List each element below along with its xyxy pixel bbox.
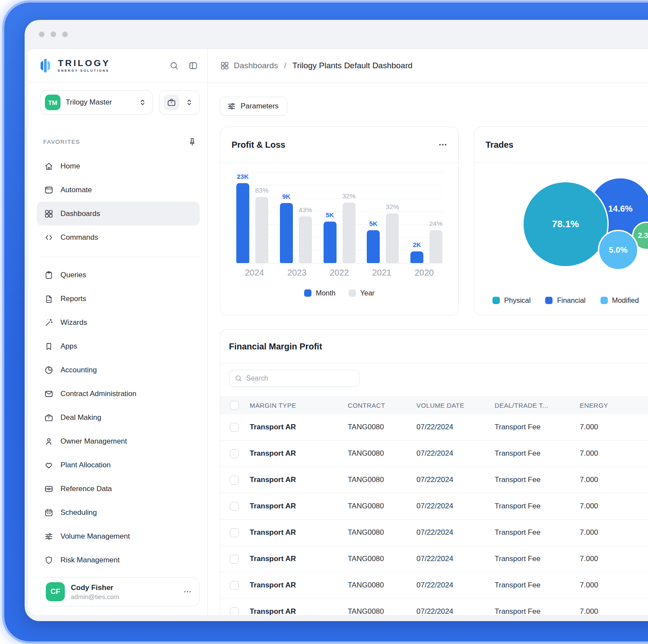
sidebar-item-queries[interactable]: Queries xyxy=(37,263,200,287)
breadcrumb-section[interactable]: Dashboards xyxy=(234,61,278,70)
table-row[interactable]: Transport AR TANG0080 07/22/2024 Transpo… xyxy=(220,467,648,493)
column-header-energy[interactable]: ENERGY xyxy=(580,402,648,409)
sidebar-item-scheduling[interactable]: Scheduling xyxy=(37,501,200,524)
pin-icon[interactable] xyxy=(187,137,197,146)
cell-deal-trade-type: Transport Fee xyxy=(495,581,580,590)
legend-swatch xyxy=(304,289,311,297)
sidebar-item-volume-management[interactable]: Volume Management xyxy=(37,524,200,548)
legend-label: Modified xyxy=(612,296,639,305)
commands-icon xyxy=(44,233,54,242)
column-header-deal-trade-type[interactable]: DEAL/TRADE T... xyxy=(495,402,580,409)
column-header-margin-type[interactable]: MARGIN TYPE xyxy=(250,402,348,409)
sidebar-item-wizards[interactable]: Wizards xyxy=(37,311,200,334)
month-bar[interactable]: 9K xyxy=(280,203,293,263)
sidebar-header: TRILOGY ENERGY SOLUTIONS xyxy=(28,49,207,82)
user-card[interactable]: CF Cody Fisher admin@ties.com xyxy=(40,577,200,606)
breadcrumb-separator: / xyxy=(284,61,286,70)
apps-icon xyxy=(44,342,54,351)
traffic-dot[interactable] xyxy=(51,32,56,37)
row-checkbox[interactable] xyxy=(230,581,239,590)
legend-item-physical[interactable]: Physical xyxy=(492,296,530,305)
workspace-selector[interactable]: TM Trilogy Master xyxy=(40,90,153,114)
sidebar-item-risk-management[interactable]: Risk Management xyxy=(37,548,200,572)
year-bar[interactable]: 32% xyxy=(343,203,356,263)
cell-volume-date: 07/22/2024 xyxy=(416,449,495,458)
row-checkbox[interactable] xyxy=(230,502,239,511)
cell-deal-trade-type: Transport Fee xyxy=(495,423,580,431)
bubble-physical[interactable]: 78.1% xyxy=(522,181,609,267)
legend-item-year[interactable]: Year xyxy=(349,289,375,297)
workspace-row: TM Trilogy Master xyxy=(28,82,207,114)
month-bar[interactable]: 5K xyxy=(324,222,337,263)
profit-loss-title: Profit & Loss xyxy=(232,140,285,150)
sidebar-item-label: Risk Management xyxy=(60,556,120,565)
bar-value-label: 5K xyxy=(326,211,334,219)
month-bar[interactable]: 5K xyxy=(367,230,380,263)
briefcase-chip xyxy=(164,95,179,110)
accounting-icon xyxy=(44,365,54,375)
table-row[interactable]: Transport AR TANG0080 07/22/2024 Transpo… xyxy=(220,493,648,520)
legend-item-month[interactable]: Month xyxy=(304,289,336,297)
sidebar-item-apps[interactable]: Apps xyxy=(37,334,200,358)
row-checkbox[interactable] xyxy=(230,528,239,537)
table-row[interactable]: Transport AR TANG0080 07/22/2024 Transpo… xyxy=(220,520,648,546)
environment-selector[interactable] xyxy=(159,90,200,114)
year-bar[interactable]: 83% xyxy=(255,197,268,263)
legend-item-modified[interactable]: Modified xyxy=(600,296,639,305)
card-menu-icon[interactable] xyxy=(438,140,448,150)
sidebar-item-reference-data[interactable]: Reference Data xyxy=(37,477,200,501)
sidebar-toggle-icon[interactable] xyxy=(188,61,198,70)
reports-icon xyxy=(44,294,54,304)
table-search[interactable] xyxy=(229,370,359,387)
row-checkbox[interactable] xyxy=(230,555,239,564)
column-header-contract[interactable]: CONTRACT xyxy=(348,402,416,409)
ellipsis-icon[interactable] xyxy=(183,587,192,596)
search-icon xyxy=(235,374,242,382)
table-row[interactable]: Transport AR TANG0080 07/22/2024 Transpo… xyxy=(220,441,648,467)
bubble-modified[interactable]: 5.0% xyxy=(598,230,638,270)
row-checkbox[interactable] xyxy=(230,423,239,432)
sidebar-item-plant-allocation[interactable]: Plant Allocation xyxy=(37,453,200,477)
month-bar[interactable]: 23K xyxy=(236,183,249,263)
traffic-dot[interactable] xyxy=(62,32,68,37)
trades-legend: Physical Financial Modified xyxy=(492,296,648,305)
sidebar-item-deal-making[interactable]: Deal Making xyxy=(37,406,200,429)
sidebar-item-reports[interactable]: Reports xyxy=(37,287,200,311)
table-row[interactable]: Transport AR TANG0080 07/22/2024 Transpo… xyxy=(220,599,648,615)
year-bar[interactable]: 43% xyxy=(299,216,312,263)
traffic-dot[interactable] xyxy=(39,32,44,37)
owner-management-icon xyxy=(44,437,54,446)
search-icon[interactable] xyxy=(169,61,179,70)
column-header-volume-date[interactable]: VOLUME DATE xyxy=(416,402,495,409)
bubble-label: 14.6% xyxy=(608,204,633,214)
cell-deal-trade-type: Transport Fee xyxy=(495,555,580,563)
legend-item-financial[interactable]: Financial xyxy=(545,296,585,305)
parameters-button[interactable]: Parameters xyxy=(220,97,287,116)
row-checkbox[interactable] xyxy=(230,607,239,615)
table-row[interactable]: Transport AR TANG0080 07/22/2024 Transpo… xyxy=(220,414,648,441)
sidebar-item-contract-administration[interactable]: Contract Administration xyxy=(37,382,200,406)
year-bar[interactable]: 24% xyxy=(429,230,442,263)
bar-percent-label: 43% xyxy=(299,206,312,214)
row-checkbox[interactable] xyxy=(230,449,239,458)
cell-margin-type: Transport AR xyxy=(250,476,348,484)
sidebar-item-label: Contract Administration xyxy=(60,390,137,398)
charts-row: Profit & Loss 23K 83% xyxy=(220,127,648,315)
row-checkbox[interactable] xyxy=(230,476,239,485)
search-input[interactable] xyxy=(246,374,354,382)
month-bar[interactable]: 2K xyxy=(410,251,423,263)
sidebar-item-commands[interactable]: Commands xyxy=(37,225,200,249)
sidebar-item-accounting[interactable]: Accounting xyxy=(37,358,200,382)
year-bar[interactable]: 32% xyxy=(386,213,399,263)
breadcrumb-current: Trilogy Plants Default Dashboard xyxy=(292,61,413,70)
deal-making-icon xyxy=(44,413,54,422)
sidebar-item-automate[interactable]: Automate xyxy=(37,178,200,202)
table-row[interactable]: Transport AR TANG0080 07/22/2024 Transpo… xyxy=(220,572,648,599)
sidebar-item-home[interactable]: Home xyxy=(37,154,200,178)
table-row[interactable]: Transport AR TANG0080 07/22/2024 Transpo… xyxy=(220,546,648,572)
sidebar-item-owner-management[interactable]: Owner Management xyxy=(37,429,200,453)
select-all-checkbox[interactable] xyxy=(230,401,239,410)
bar-percent-label: 32% xyxy=(342,192,356,200)
sidebar-item-dashboards[interactable]: Dashboards xyxy=(37,202,200,225)
sidebar-item-label: Queries xyxy=(60,271,86,279)
